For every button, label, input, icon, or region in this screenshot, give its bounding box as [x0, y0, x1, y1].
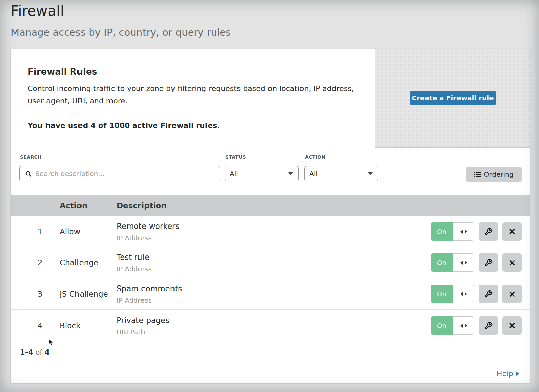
list-icon	[474, 171, 481, 177]
help-label: Help	[497, 369, 513, 378]
delete-rule-button[interactable]	[502, 222, 522, 241]
resize-arrows-icon	[460, 260, 467, 265]
create-firewall-rule-button[interactable]: Create a Firewall rule	[410, 91, 496, 105]
rule-toggle: On	[431, 222, 474, 241]
delete-rule-button[interactable]	[502, 285, 522, 303]
close-icon	[509, 291, 515, 297]
action-select-value: All	[309, 170, 318, 178]
rule-description: Private pages URI Path	[117, 315, 169, 335]
table-header: Action Description	[11, 195, 530, 216]
pagination-of: of	[35, 348, 42, 356]
action-label: ACTION	[305, 154, 325, 160]
close-icon	[509, 260, 515, 266]
close-icon	[509, 323, 515, 328]
wrench-icon	[484, 259, 493, 267]
table-footer: 1–4 of 4	[11, 341, 530, 363]
firewall-rules-description: Control incoming traffic to your zone by…	[28, 82, 359, 107]
rule-description-type: IP Address	[117, 265, 152, 273]
pagination-summary: 1–4 of 4	[20, 341, 50, 363]
rule-toggle-on[interactable]: On	[431, 316, 453, 335]
column-header-description: Description	[117, 195, 167, 216]
rule-priority: 4	[30, 321, 50, 330]
firewall-rules-heading: Firewall Rules	[28, 67, 97, 77]
rule-description-title: Test rule	[117, 253, 152, 262]
status-select-value: All	[230, 170, 238, 178]
rule-toggle-on[interactable]: On	[431, 285, 453, 303]
create-rule-panel: Create a Firewall rule	[375, 49, 530, 148]
rule-row-4: 4 Block Private pages URI Path On	[11, 310, 530, 341]
rule-toggle-handle[interactable]	[453, 285, 474, 303]
rule-description-title: Spam comments	[117, 284, 182, 293]
page-subtitle: Manage access by IP, country, or query r…	[11, 27, 231, 38]
rule-description-type: IP Address	[117, 297, 182, 304]
help-link[interactable]: Help	[497, 369, 519, 378]
rule-priority: 3	[30, 290, 50, 298]
rule-row-2: 2 Challenge Test rule IP Address On	[11, 247, 530, 278]
rule-description: Remote workers IP Address	[117, 221, 179, 241]
mouse-cursor	[48, 338, 56, 346]
rule-toggle: On	[431, 316, 474, 335]
edit-rule-button[interactable]	[479, 285, 498, 303]
firewall-rules-usage: You have used 4 of 1000 active Firewall …	[28, 121, 220, 130]
rule-toggle: On	[431, 285, 474, 303]
close-icon	[509, 229, 515, 234]
rule-toggle-handle[interactable]	[453, 316, 474, 335]
rule-description-type: IP Address	[117, 234, 179, 241]
column-header-action: Action	[60, 195, 88, 216]
rule-action: Challenge	[60, 258, 98, 267]
chevron-down-icon	[368, 172, 373, 175]
rule-priority: 2	[30, 258, 50, 267]
search-input[interactable]	[35, 167, 220, 180]
rule-description: Test rule IP Address	[117, 253, 152, 273]
resize-arrows-icon	[460, 323, 467, 328]
rule-row-3: 3 JS Challenge Spam comments IP Address …	[11, 278, 530, 310]
rule-priority: 1	[30, 227, 50, 236]
wrench-icon	[484, 290, 493, 298]
chevron-down-icon	[288, 172, 293, 175]
ordering-button[interactable]: Ordering	[466, 167, 522, 182]
rule-toggle: On	[431, 253, 474, 272]
wrench-icon	[484, 322, 493, 330]
rule-description-type: URI Path	[117, 328, 169, 335]
rule-toggle-handle[interactable]	[453, 222, 474, 241]
wrench-icon	[484, 228, 493, 236]
rule-row-1: 1 Allow Remote workers IP Address On	[11, 216, 530, 247]
pagination-total: 4	[44, 348, 50, 356]
resize-arrows-icon	[460, 229, 467, 234]
pagination-range: 1–4	[20, 348, 33, 356]
edit-rule-button[interactable]	[479, 316, 498, 335]
status-label: STATUS	[225, 154, 246, 160]
rule-description: Spam comments IP Address	[117, 284, 182, 304]
status-select[interactable]: All	[225, 166, 299, 181]
edit-rule-button[interactable]	[479, 253, 498, 272]
rule-description-title: Remote workers	[117, 221, 179, 230]
action-select[interactable]: All	[304, 166, 378, 181]
arrow-right-icon	[516, 371, 519, 376]
search-label: SEARCH	[20, 154, 42, 160]
delete-rule-button[interactable]	[502, 316, 522, 335]
resize-arrows-icon	[460, 292, 467, 296]
page-title: Firewall	[11, 3, 64, 19]
rules-table-body: 1 Allow Remote workers IP Address On	[11, 216, 530, 341]
rule-toggle-on[interactable]: On	[431, 222, 453, 241]
help-row: Help	[11, 363, 530, 384]
edit-rule-button[interactable]	[479, 222, 498, 241]
rule-action: JS Challenge	[60, 290, 108, 298]
ordering-button-label: Ordering	[484, 170, 514, 178]
rule-description-title: Private pages	[117, 315, 169, 324]
rule-action: Block	[60, 321, 81, 330]
firewall-rules-card: Create a Firewall rule Firewall Rules Co…	[10, 49, 530, 384]
rule-action: Allow	[60, 227, 80, 236]
search-box[interactable]	[19, 166, 220, 181]
delete-rule-button[interactable]	[502, 253, 522, 272]
rule-toggle-handle[interactable]	[453, 253, 474, 272]
rule-toggle-on[interactable]: On	[431, 253, 453, 272]
search-icon	[26, 171, 31, 177]
